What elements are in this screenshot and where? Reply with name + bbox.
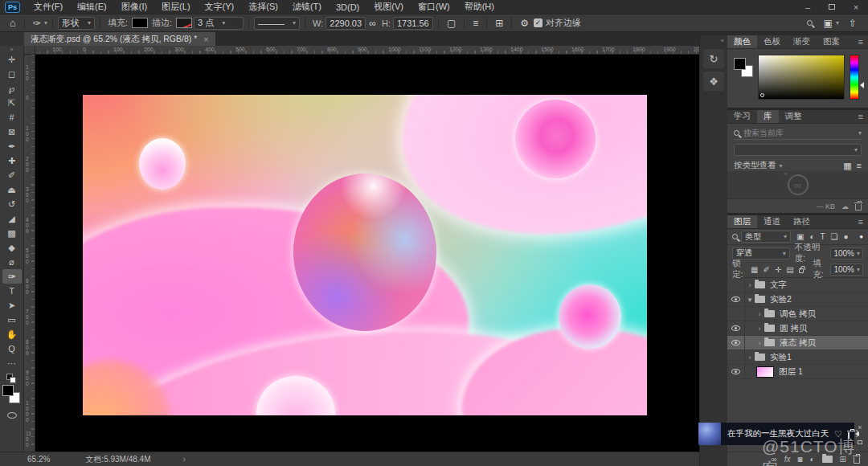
healing-brush-tool[interactable]: ✚ xyxy=(2,153,22,168)
delete-icon[interactable] xyxy=(855,204,862,211)
filter-type-tool-icon[interactable]: T xyxy=(821,232,825,241)
path-selection-tool[interactable]: ➤ xyxy=(2,298,22,313)
color-tab-3[interactable]: 渐变 xyxy=(787,35,817,48)
lasso-tool[interactable]: ℘ xyxy=(2,81,22,96)
quick-mask-icon[interactable] xyxy=(7,412,17,419)
color-tab-4[interactable]: 图案 xyxy=(817,35,846,48)
canvas-pasteboard[interactable] xyxy=(35,55,699,452)
tool-mode-select[interactable]: 形状▾ xyxy=(58,17,95,30)
frame-tool[interactable]: ⊠ xyxy=(2,125,22,139)
history-brush-tool[interactable]: ↺ xyxy=(2,197,22,211)
shape-tool[interactable]: ▭ xyxy=(2,313,22,327)
menu-item[interactable]: 文字(Y) xyxy=(198,0,242,14)
layer-row[interactable]: ›文字 xyxy=(727,278,868,292)
filter-adjustment-icon[interactable]: ◐ xyxy=(809,232,814,241)
layers-tab-2[interactable]: 通道 xyxy=(757,215,787,228)
menu-item[interactable]: 帮助(H) xyxy=(457,0,502,14)
visibility-toggle[interactable] xyxy=(727,321,745,335)
lock-transparent-pixels-icon[interactable]: ▦ xyxy=(751,265,758,274)
twirl-icon[interactable]: ▾ xyxy=(745,296,755,304)
libraries-tab-2[interactable]: 库 xyxy=(757,110,779,123)
type-tool[interactable]: T xyxy=(2,284,22,298)
libraries-tab-1[interactable]: 学习 xyxy=(727,110,757,123)
lock-all-icon[interactable] xyxy=(799,268,805,273)
document-tab[interactable]: 液态渐变.psd @ 65.2% (液态 拷贝, RGB/8) * × xyxy=(24,32,215,46)
gradient-tool[interactable]: ▩ xyxy=(2,226,22,240)
view-by-type-label[interactable]: 按类型查看 xyxy=(734,160,776,171)
default-colors-icon[interactable] xyxy=(6,374,16,382)
history-panel-icon[interactable]: ↻ xyxy=(703,49,724,68)
shape-settings-gear-icon[interactable]: ⚙ xyxy=(517,18,532,29)
tab-close-icon[interactable]: × xyxy=(203,35,208,44)
canvas-artwork[interactable] xyxy=(83,95,647,415)
workspace-icon[interactable]: ▣ xyxy=(821,18,836,29)
dock-collapse-icon[interactable]: « xyxy=(700,35,727,46)
search-icon[interactable] xyxy=(804,20,816,26)
visibility-toggle[interactable] xyxy=(727,278,745,292)
twirl-icon[interactable]: › xyxy=(745,354,755,362)
panel-menu-icon[interactable]: ≡ xyxy=(854,215,868,228)
music-album-art[interactable] xyxy=(698,423,721,445)
width-input[interactable]: 2290.03 xyxy=(326,17,366,30)
path-alignment-icon[interactable]: ≡ xyxy=(469,18,481,29)
hue-slider[interactable] xyxy=(850,55,859,100)
eyedropper-tool[interactable]: ✒ xyxy=(2,139,22,153)
visibility-toggle[interactable] xyxy=(727,292,745,306)
layer-thumbnail[interactable] xyxy=(756,366,774,378)
lock-image-pixels-icon[interactable]: ✐ xyxy=(764,265,770,274)
menu-item[interactable]: 滤镜(T) xyxy=(285,0,329,14)
color-swatches[interactable] xyxy=(2,385,22,406)
opacity-input[interactable]: 100%▾ xyxy=(830,247,863,260)
lock-artboard-icon[interactable]: ▤ xyxy=(786,265,793,274)
filter-image-icon[interactable]: ▣ xyxy=(796,232,804,241)
close-button[interactable]: × xyxy=(844,0,868,14)
grid-view-icon[interactable]: ▦ xyxy=(843,161,851,171)
menu-item[interactable]: 视图(V) xyxy=(366,0,411,14)
edit-toolbar[interactable]: ⋯ xyxy=(2,356,22,370)
library-search-input[interactable]: 搜索当前库 ▾ xyxy=(734,127,862,140)
clone-stamp-tool[interactable]: ⏏ xyxy=(2,182,22,197)
brush-tool[interactable]: ✐ xyxy=(2,168,22,182)
restore-button[interactable] xyxy=(820,0,844,14)
hand-tool[interactable]: ✋ xyxy=(2,327,22,341)
saturation-brightness-picker[interactable] xyxy=(758,55,845,100)
foreground-color-swatch[interactable] xyxy=(734,58,746,70)
visibility-toggle[interactable] xyxy=(727,365,745,378)
twirl-icon[interactable]: › xyxy=(755,325,764,333)
music-close-icon[interactable]: × xyxy=(858,423,862,431)
zoom-level[interactable]: 65.2% xyxy=(27,455,50,464)
move-tool[interactable]: ✛ xyxy=(2,52,22,67)
share-icon[interactable]: ⇧ xyxy=(845,18,860,29)
visibility-toggle[interactable] xyxy=(727,307,745,321)
fill-input[interactable]: 100%▾ xyxy=(830,264,863,276)
menu-item[interactable]: 图像(I) xyxy=(114,0,154,14)
vertical-ruler[interactable]: 100010020030040050060070080090010001100 xyxy=(24,55,35,452)
marquee-tool[interactable]: ◻ xyxy=(2,67,22,81)
dodge-tool[interactable]: ⌀ xyxy=(2,255,22,269)
menu-item[interactable]: 3D(D) xyxy=(329,0,366,14)
cloud-sync-icon[interactable]: ☁ xyxy=(841,202,849,211)
object-selection-tool[interactable]: ⇱ xyxy=(2,96,22,110)
layers-tab-3[interactable]: 路径 xyxy=(787,215,817,228)
twirl-icon[interactable]: › xyxy=(755,310,764,318)
menu-item[interactable]: 编辑(E) xyxy=(70,0,114,14)
line-style-select[interactable]: ———▾ xyxy=(254,17,300,30)
foreground-color-swatch[interactable] xyxy=(2,385,14,396)
layer-row[interactable]: ›调色 拷贝 xyxy=(727,307,868,321)
filter-toggle[interactable]: ● xyxy=(859,233,863,240)
stroke-swatch[interactable] xyxy=(176,18,192,28)
filter-type-select[interactable]: 类型 ▾ xyxy=(741,231,791,243)
panel-menu-icon[interactable]: ≡ xyxy=(854,35,868,48)
eraser-tool[interactable]: ◢ xyxy=(2,211,22,226)
path-arrangement-icon[interactable]: ⊞ xyxy=(492,18,506,29)
filter-smart-object-icon[interactable]: ● xyxy=(844,232,849,241)
status-chevron-icon[interactable]: › xyxy=(183,455,186,464)
home-icon[interactable]: ⌂ xyxy=(6,17,19,29)
panel-menu-icon[interactable]: ≡ xyxy=(854,110,868,123)
layers-tab-1[interactable]: 图层 xyxy=(727,215,757,228)
menu-item[interactable]: 图层(L) xyxy=(154,0,197,14)
path-operations-icon[interactable]: ▢ xyxy=(444,18,459,29)
height-input[interactable]: 1731.56 xyxy=(393,17,433,30)
filter-shape-icon[interactable]: ❏ xyxy=(831,232,838,241)
crop-tool[interactable]: # xyxy=(2,110,22,125)
